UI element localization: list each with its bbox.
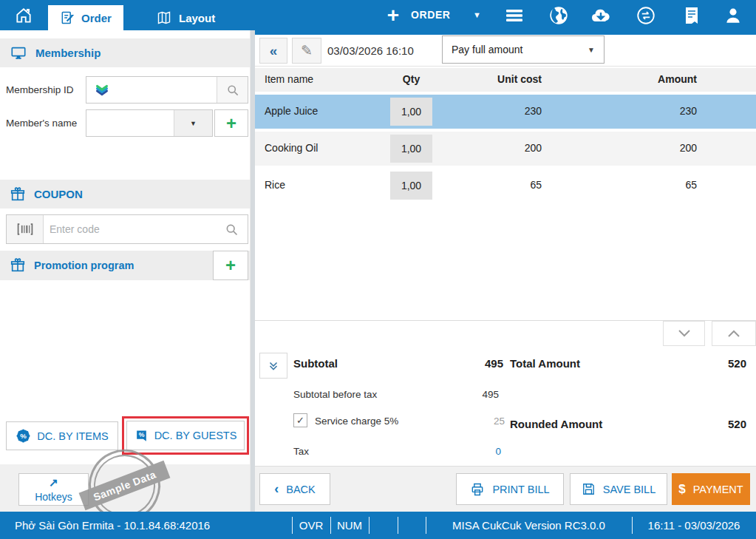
unit-cost-cell: 65 — [530, 179, 542, 191]
promotion-section-title: Promotion program — [34, 260, 134, 271]
amount-cell: 200 — [680, 142, 697, 154]
pos-app-window: Order Layout + ORDER ▼ — [0, 0, 756, 539]
language-button[interactable] — [545, 0, 572, 30]
qty-cell[interactable]: 1,00 — [390, 98, 432, 126]
members-name-field-group: ▼ — [86, 109, 213, 137]
unit-cost-cell: 200 — [525, 142, 542, 154]
members-name-dropdown-caret[interactable]: ▼ — [174, 110, 212, 136]
check-icon: ✓ — [296, 415, 304, 426]
membership-tier-icon — [86, 77, 118, 103]
hotkeys-button[interactable]: ↗ Hotkeys — [18, 473, 89, 506]
status-bar: Phở Sài Gòn Ermita - 10.1.84.68:42016 OV… — [0, 512, 756, 539]
orders-journal-button[interactable] — [678, 0, 705, 30]
plus-icon: + — [387, 2, 399, 29]
status-ovr: OVR — [292, 512, 330, 539]
search-icon — [225, 83, 240, 98]
percent-badge-icon: % — [16, 428, 31, 444]
add-promotion-button[interactable]: + — [213, 251, 248, 280]
new-order-button[interactable]: + — [380, 0, 406, 30]
tax-label: Tax — [293, 446, 309, 457]
status-divider — [369, 517, 370, 534]
double-chevron-left-icon: « — [270, 43, 278, 59]
save-bill-label: SAVE BILL — [603, 484, 655, 495]
coupon-code-field-group — [6, 214, 248, 244]
tab-order[interactable]: Order — [48, 5, 123, 30]
new-order-caret-icon[interactable]: ▼ — [473, 0, 481, 30]
plus-icon: + — [225, 257, 236, 274]
status-divider — [398, 517, 398, 534]
highlight-annotation-box — [122, 416, 249, 455]
pay-mode-select[interactable]: Pay full amount ▼ — [442, 35, 605, 64]
membership-section-header: Membership — [0, 38, 250, 67]
status-num: NUM — [330, 512, 369, 539]
service-charge-value: 25 — [494, 416, 505, 427]
order-row-apple-juice[interactable]: Apple Juice 1,00 230 230 — [255, 95, 756, 129]
scroll-down-button[interactable] — [663, 321, 705, 346]
back-button[interactable]: ‹ BACK — [259, 473, 330, 505]
rounded-amount-label: Rounded Amount — [510, 418, 602, 430]
discount-by-items-button[interactable]: % DC. BY ITEMS — [6, 421, 118, 450]
add-member-button[interactable]: + — [214, 109, 248, 137]
home-button[interactable] — [10, 0, 37, 30]
restaurant-address: Phở Sài Gòn Ermita - 10.1.84.68:42016 — [15, 512, 210, 539]
rounded-amount-value: 520 — [728, 418, 746, 430]
membership-id-input[interactable] — [118, 77, 217, 103]
sync-button[interactable] — [633, 0, 659, 30]
discount-by-items-label: DC. BY ITEMS — [37, 430, 108, 442]
map-icon — [156, 10, 172, 25]
menu-button[interactable] — [501, 0, 528, 30]
print-bill-label: PRINT BILL — [492, 484, 549, 495]
item-name: Cooking Oil — [265, 142, 318, 154]
scroll-up-button[interactable] — [712, 321, 756, 346]
app-version: MISA CukCuk Version RC3.0.0 — [426, 512, 632, 539]
cloud-download-icon — [590, 6, 612, 25]
journal-icon — [683, 6, 701, 25]
collapse-panel-button[interactable]: « — [259, 38, 287, 64]
plus-icon: + — [226, 115, 236, 132]
edit-order-button[interactable]: ✎ — [292, 38, 321, 64]
double-chevron-down-icon — [267, 359, 280, 373]
pencil-icon: ✎ — [301, 42, 313, 59]
membership-id-label: Membership ID — [6, 84, 74, 95]
home-icon — [14, 6, 33, 25]
tax-value[interactable]: 0 — [495, 446, 501, 457]
gift-icon — [10, 186, 26, 203]
before-tax-value: 495 — [482, 389, 499, 400]
collapse-summary-button[interactable] — [259, 353, 287, 379]
unit-cost-cell: 230 — [525, 105, 542, 117]
order-row-cooking-oil[interactable]: Cooking Oil 1,00 200 200 — [255, 132, 756, 166]
total-amount-value: 520 — [728, 357, 746, 370]
cloud-download-button[interactable] — [588, 0, 614, 30]
globe-icon — [548, 5, 569, 26]
item-name: Rice — [265, 179, 285, 191]
coupon-section-header: COUPON — [0, 180, 250, 209]
subtotal-label: Subtotal — [293, 357, 338, 370]
tab-order-label: Order — [81, 12, 112, 24]
col-qty: Qty — [390, 73, 432, 85]
service-charge-checkbox[interactable]: ✓ — [293, 413, 307, 427]
panel-separator — [250, 30, 255, 512]
print-bill-button[interactable]: PRINT BILL — [456, 473, 564, 505]
qty-cell[interactable]: 1,00 — [390, 172, 432, 200]
top-navigation-bar: Order Layout + ORDER ▼ — [0, 0, 756, 30]
pay-mode-value: Pay full amount — [452, 44, 523, 55]
tab-layout-label: Layout — [179, 12, 215, 24]
membership-search-button[interactable] — [217, 77, 248, 103]
chevron-down-icon: ▼ — [588, 46, 595, 54]
order-row-rice[interactable]: Rice 1,00 65 65 — [255, 169, 756, 203]
members-name-input[interactable] — [86, 110, 174, 136]
new-order-label[interactable]: ORDER — [411, 0, 451, 30]
user-account-button[interactable] — [720, 0, 746, 30]
payment-label: PAYMENT — [693, 484, 743, 495]
coupon-search-button[interactable] — [215, 215, 248, 243]
back-label: BACK — [286, 484, 316, 495]
sync-arrows-icon — [636, 5, 656, 26]
save-bill-button[interactable]: SAVE BILL — [570, 473, 667, 505]
payment-button[interactable]: $ PAYMENT — [672, 473, 750, 505]
col-unit-cost: Unit cost — [497, 73, 542, 85]
order-compose-icon — [60, 10, 75, 25]
qty-cell[interactable]: 1,00 — [390, 135, 432, 163]
coupon-code-input[interactable] — [44, 215, 215, 243]
tab-layout[interactable]: Layout — [144, 5, 227, 30]
printer-icon — [470, 482, 485, 497]
